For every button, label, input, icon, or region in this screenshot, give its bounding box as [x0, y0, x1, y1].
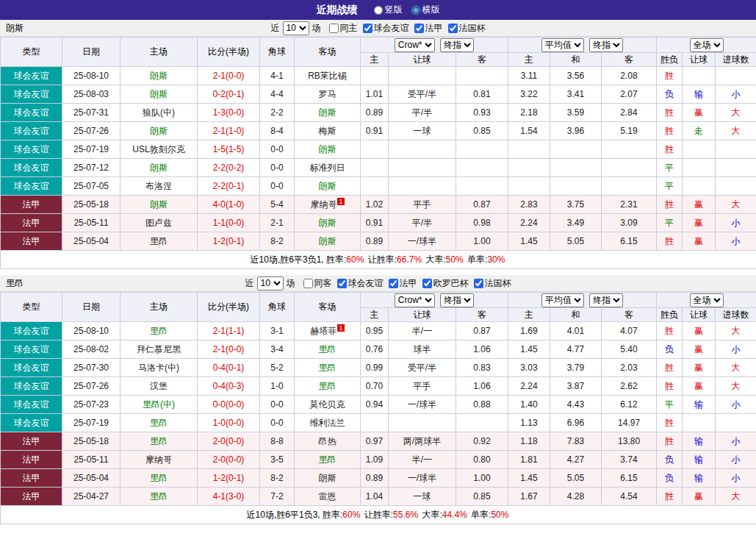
- layout-option[interactable]: 竖版: [374, 4, 403, 16]
- odds-company-select[interactable]: Crow*: [395, 293, 435, 307]
- odds-home-cell: 1.02: [361, 196, 389, 214]
- layout-radio[interactable]: [374, 6, 383, 15]
- avg-home-cell: 1.40: [508, 396, 550, 414]
- avg-away-cell: [602, 140, 657, 159]
- filter-option[interactable]: 法甲: [414, 22, 443, 35]
- avg-away-cell: 2.31: [602, 196, 657, 214]
- handicap-result-cell: 赢: [683, 359, 716, 377]
- filter-option[interactable]: 球会友谊: [337, 277, 384, 290]
- avg-away-cell: 2.07: [602, 85, 657, 104]
- avg-draw-cell: 5.05: [550, 232, 602, 251]
- filter-option[interactable]: 同客: [303, 277, 332, 290]
- odds-company-select[interactable]: Crow*: [395, 38, 435, 52]
- league-cell: 法甲: [1, 214, 62, 232]
- filter-option[interactable]: 法国杯: [474, 277, 511, 290]
- avg-draw-cell: 4.27: [550, 451, 602, 469]
- home-team-cell: 朗斯: [120, 85, 198, 104]
- filter-checkbox[interactable]: [329, 24, 339, 33]
- filter-checkbox[interactable]: [337, 279, 347, 288]
- home-team-cell: 摩纳哥: [120, 451, 198, 469]
- odds-time-select[interactable]: 终指: [440, 38, 474, 52]
- avg-time-select[interactable]: 终指: [589, 38, 623, 52]
- league-cell: 球会友谊: [1, 322, 62, 340]
- handicap-result-cell: [683, 67, 716, 85]
- avg-home-cell: 1.45: [508, 340, 550, 359]
- outcome-cell: 胜: [657, 432, 683, 451]
- layout-option[interactable]: 横版: [411, 4, 440, 16]
- filter-checkbox[interactable]: [389, 279, 398, 288]
- home-team-cell: 里昂: [120, 432, 198, 451]
- filter-checkbox[interactable]: [422, 279, 432, 288]
- avg-draw-cell: 5.05: [550, 469, 602, 488]
- match-count-select[interactable]: 10: [257, 276, 284, 290]
- home-team-cell: 里昂: [120, 322, 198, 340]
- section-gap: [0, 269, 756, 275]
- match-row: 球会友谊25-08-10里昂2-1(1-1)3-1赫塔菲10.95半/一0.87…: [1, 322, 756, 340]
- home-team-cell: 朗斯: [120, 159, 198, 177]
- avg-away-cell: 2.84: [602, 104, 657, 122]
- rank-badge: 1: [337, 324, 344, 332]
- result-scope-select[interactable]: 全场: [690, 293, 724, 307]
- filter-option[interactable]: 法甲: [389, 277, 417, 290]
- col-date-header: 日期: [62, 38, 120, 67]
- odds-line-cell: 平/半: [389, 104, 456, 122]
- filter-checkbox[interactable]: [474, 279, 483, 288]
- odds-time-select[interactable]: 终指: [440, 293, 474, 307]
- layout-radio[interactable]: [411, 6, 420, 15]
- odds-away-cell: 0.98: [456, 214, 508, 232]
- summary-stat-label: 大率:: [420, 510, 442, 520]
- filter-checkbox[interactable]: [303, 279, 313, 288]
- handicap-result-cell: 输: [683, 396, 716, 414]
- away-team-cell: 梅斯: [295, 122, 361, 140]
- odds-away-header: 客: [456, 53, 508, 67]
- col-away-header: 客场: [295, 38, 361, 67]
- match-row: 球会友谊25-08-03朗斯0-2(0-1)4-4罗马1.01受平/半0.813…: [1, 85, 756, 104]
- odds-home-header: 主: [361, 308, 389, 322]
- summary-row: 近10场,胜6平3负1, 胜率:60% 让胜率:66.7% 大率:50% 单率:…: [1, 251, 756, 269]
- corner-cell: 4-1: [260, 67, 295, 85]
- result-scope-select[interactable]: 全场: [690, 38, 724, 52]
- avg-odds-select[interactable]: 平均值: [541, 38, 584, 52]
- odds-away-cell: 1.00: [456, 232, 508, 251]
- handicap-result-cell: [683, 159, 716, 177]
- avg-time-select[interactable]: 终指: [589, 293, 623, 307]
- filter-option[interactable]: 欧罗巴杯: [422, 277, 469, 290]
- home-team-cell: 马洛卡(中): [120, 359, 198, 377]
- topbar: 近期战绩 竖版横版: [0, 0, 756, 20]
- corner-cell: 0-0: [260, 159, 295, 177]
- avg-away-cell: 4.54: [602, 488, 657, 506]
- filter-option[interactable]: 同主: [329, 22, 358, 35]
- team-section-lyon: 里昂 近 10 场 同客球会友谊法甲欧罗巴杯法国杯 类型 日期 主场 比分(半场…: [0, 275, 756, 524]
- filter-option[interactable]: 法国杯: [448, 22, 486, 35]
- home-team-cell: 布洛涅: [120, 177, 198, 196]
- match-count-select[interactable]: 10: [283, 21, 309, 35]
- outcome-cell: 胜: [657, 67, 683, 85]
- corner-cell: 1-0: [260, 377, 295, 396]
- outcome-cell: 胜: [657, 104, 683, 122]
- handicap-result-cell: 赢: [683, 104, 716, 122]
- home-team-cell: 拜仁慕尼黑: [120, 340, 198, 359]
- filter-checkbox[interactable]: [414, 24, 424, 33]
- corner-cell: 0-0: [260, 177, 295, 196]
- filter-checkbox[interactable]: [448, 24, 458, 33]
- corner-cell: 7-2: [260, 488, 295, 506]
- filter-option[interactable]: 球会友谊: [363, 22, 409, 35]
- date-cell: 25-04-27: [62, 488, 120, 506]
- match-row: 法甲25-05-04里昂1-2(0-1)8-2朗斯0.89一/球半1.001.4…: [1, 469, 756, 488]
- goals-result-cell: 大: [716, 488, 756, 506]
- odds-line-cell: [389, 414, 456, 432]
- outcome-cell: 平: [657, 177, 683, 196]
- league-cell: 法甲: [1, 232, 62, 251]
- league-cell: 法甲: [1, 196, 62, 214]
- avg-away-cell: 3.74: [602, 451, 657, 469]
- league-filters: 同客球会友谊法甲欧罗巴杯法国杯: [298, 277, 511, 290]
- avg-odds-select[interactable]: 平均值: [541, 293, 584, 307]
- score-cell: 1-1(0-0): [198, 214, 260, 232]
- date-cell: 25-08-10: [62, 67, 120, 85]
- avg-draw-cell: 4.01: [550, 322, 602, 340]
- corner-cell: 0-0: [260, 396, 295, 414]
- outcome-cell: 负: [657, 451, 683, 469]
- filter-checkbox[interactable]: [363, 24, 372, 33]
- away-team-cell: 朗斯: [295, 469, 361, 488]
- unit-label: 场: [287, 277, 295, 290]
